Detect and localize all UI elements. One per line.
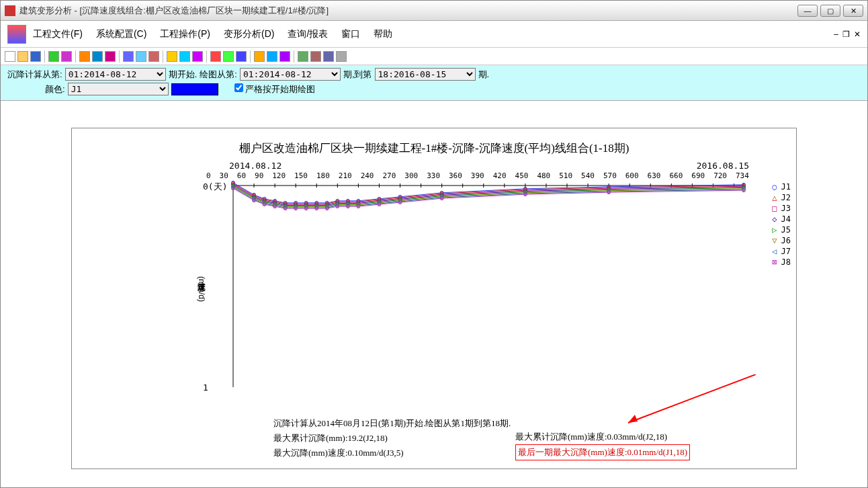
toolbar-icon[interactable] <box>92 51 103 62</box>
toolbar-icon[interactable] <box>30 51 41 62</box>
menu-item[interactable]: 工程操作(P) <box>160 28 210 40</box>
chart-title: 棚户区改造油棉厂区块一期续建工程-1#楼-沉降-沉降速度(平均)线组合(1-18… <box>72 140 796 156</box>
menubar: 工程文件(F)系统配置(C)工程操作(P)变形分析(D)查询/报表窗口帮助 – … <box>1 21 867 48</box>
app-logo-icon <box>7 25 26 44</box>
toolbar-icon[interactable] <box>79 51 90 62</box>
strict-checkbox[interactable] <box>234 83 243 92</box>
chart-footer-right: 最大累计沉降(mm)速度:0.03mm/d(J2,18) 最后一期最大沉降(mm… <box>515 430 690 460</box>
legend-item: ⊠J8 <box>772 257 791 267</box>
maximize-button[interactable]: ▢ <box>820 5 840 17</box>
menu-item[interactable]: 变形分析(D) <box>224 28 274 40</box>
strict-checkbox-label[interactable]: 严格按开始期绘图 <box>234 83 316 95</box>
highlighted-stat: 最后一期最大沉降(mm)速度:0.01mm/d(J1,18) <box>515 444 690 460</box>
toolbar-icon[interactable] <box>310 51 321 62</box>
toolbar-icon[interactable] <box>167 51 177 62</box>
draw-label: 绘图从第: <box>200 69 237 81</box>
window-title: 建筑变形分析 - [沉降速度线组合:棚户区改造油棉厂区块一期续建工程/1#楼/沉… <box>19 5 797 17</box>
legend-item: ▽J6 <box>772 236 791 245</box>
menu-item[interactable]: 系统配置(C) <box>96 28 146 40</box>
toolbar-icon[interactable] <box>192 51 203 62</box>
chart-plot <box>72 155 797 397</box>
toolbar-icon[interactable] <box>105 51 116 62</box>
mdi-restore[interactable]: ❐ <box>842 30 850 39</box>
legend-item: ◇J4 <box>772 214 791 224</box>
toolbar-icon[interactable] <box>17 51 28 62</box>
toolbar-icon[interactable] <box>123 51 134 62</box>
legend-item: ▷J5 <box>772 225 791 235</box>
toolbar-icon[interactable] <box>136 51 146 62</box>
legend-item: △J2 <box>772 193 791 202</box>
minimize-button[interactable]: — <box>797 5 818 17</box>
toolbar-icon[interactable] <box>323 51 334 62</box>
legend: ○J1△J2□J3◇J4▷J5▽J6◁J7⊠J8 <box>772 182 791 268</box>
draw-mid: 期,到第 <box>343 69 372 81</box>
toolbar-icon[interactable] <box>48 51 59 62</box>
chart-container: 棚户区改造油棉厂区块一期续建工程-1#楼-沉降-沉降速度(平均)线组合(1-18… <box>71 128 797 469</box>
calc-suffix: 期开始. <box>169 69 198 81</box>
svg-marker-173 <box>628 415 638 423</box>
toolbar-icon[interactable] <box>254 51 265 62</box>
menu-item[interactable]: 窗口 <box>341 28 360 40</box>
toolbar-icon[interactable] <box>236 51 247 62</box>
toolbar-icon[interactable] <box>179 51 190 62</box>
toolbar-icon[interactable] <box>267 51 277 62</box>
toolbar-icon[interactable] <box>336 51 347 62</box>
close-button[interactable]: ✕ <box>843 5 863 17</box>
legend-item: □J3 <box>772 204 791 213</box>
draw-to-select[interactable]: 18:2016-08-15 <box>375 68 476 81</box>
toolbar-icon[interactable] <box>298 51 308 62</box>
mdi-close[interactable]: ✕ <box>854 30 861 39</box>
legend-item: ◁J7 <box>772 247 791 256</box>
color-label: 颜色: <box>45 83 65 95</box>
toolbar-icon[interactable] <box>5 51 15 62</box>
toolbar-icon[interactable] <box>279 51 290 62</box>
menu-item[interactable]: 帮助 <box>374 28 392 40</box>
menu-item[interactable]: 工程文件(F) <box>33 28 83 40</box>
draw-from-select[interactable]: 01:2014-08-12 <box>240 68 341 81</box>
toolbar-icon[interactable] <box>61 51 72 62</box>
color-select[interactable]: J1 <box>68 83 169 95</box>
legend-item: ○J1 <box>772 182 791 192</box>
toolbar <box>1 48 867 65</box>
draw-suffix: 期. <box>478 69 490 81</box>
titlebar: 建筑变形分析 - [沉降速度线组合:棚户区改造油棉厂区块一期续建工程/1#楼/沉… <box>1 1 867 21</box>
control-bar: 沉降计算从第: 01:2014-08-12 期开始. 绘图从第: 01:2014… <box>1 65 867 101</box>
chart-footer-left: 沉降计算从2014年08月12日(第1期)开始.绘图从第1期到第18期. 最大累… <box>273 416 511 460</box>
toolbar-icon[interactable] <box>148 51 159 62</box>
mdi-minimize[interactable]: – <box>834 30 838 39</box>
menu-item[interactable]: 查询/报表 <box>288 28 328 40</box>
toolbar-icon[interactable] <box>223 51 234 62</box>
calc-label: 沉降计算从第: <box>7 69 62 81</box>
app-icon <box>5 5 15 16</box>
toolbar-icon[interactable] <box>210 51 221 62</box>
calc-from-select[interactable]: 01:2014-08-12 <box>65 68 166 81</box>
color-swatch[interactable] <box>171 83 218 95</box>
